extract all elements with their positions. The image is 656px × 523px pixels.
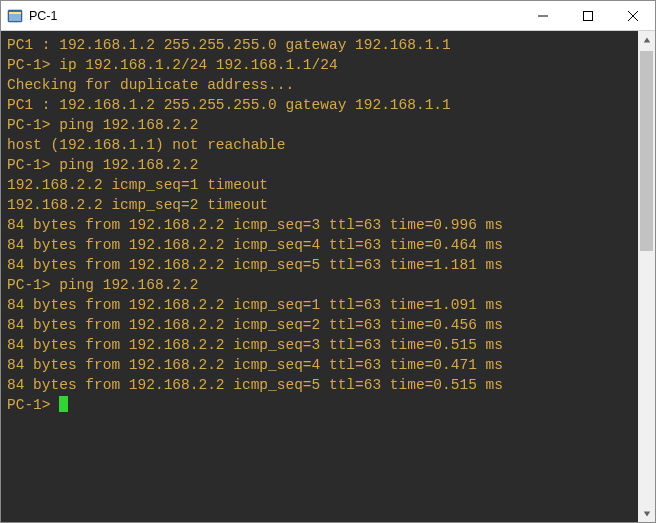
terminal-line: 84 bytes from 192.168.2.2 icmp_seq=4 ttl… bbox=[7, 355, 634, 375]
prompt-text: PC-1> bbox=[7, 397, 59, 413]
window-controls bbox=[520, 1, 655, 30]
scroll-up-arrow[interactable] bbox=[638, 31, 655, 48]
terminal-line: 84 bytes from 192.168.2.2 icmp_seq=1 ttl… bbox=[7, 295, 634, 315]
maximize-button[interactable] bbox=[565, 1, 610, 30]
terminal-line: PC-1> ping 192.168.2.2 bbox=[7, 115, 634, 135]
terminal-line: 84 bytes from 192.168.2.2 icmp_seq=4 ttl… bbox=[7, 235, 634, 255]
terminal-line: host (192.168.1.1) not reachable bbox=[7, 135, 634, 155]
close-button[interactable] bbox=[610, 1, 655, 30]
terminal-line: 84 bytes from 192.168.2.2 icmp_seq=5 ttl… bbox=[7, 375, 634, 395]
svg-rect-2 bbox=[9, 12, 21, 14]
terminal-line: Checking for duplicate address... bbox=[7, 75, 634, 95]
terminal-line: 192.168.2.2 icmp_seq=2 timeout bbox=[7, 195, 634, 215]
terminal-output[interactable]: PC1 : 192.168.1.2 255.255.255.0 gateway … bbox=[1, 31, 638, 522]
terminal-line: PC1 : 192.168.1.2 255.255.255.0 gateway … bbox=[7, 95, 634, 115]
window-titlebar[interactable]: PC-1 bbox=[1, 1, 655, 31]
terminal-line: PC-1> ping 192.168.2.2 bbox=[7, 155, 634, 175]
terminal-line: 84 bytes from 192.168.2.2 icmp_seq=5 ttl… bbox=[7, 255, 634, 275]
window-title: PC-1 bbox=[29, 9, 57, 23]
terminal-line: 84 bytes from 192.168.2.2 icmp_seq=3 ttl… bbox=[7, 215, 634, 235]
minimize-button[interactable] bbox=[520, 1, 565, 30]
vertical-scrollbar[interactable] bbox=[638, 31, 655, 522]
terminal-line: 84 bytes from 192.168.2.2 icmp_seq=2 ttl… bbox=[7, 315, 634, 335]
svg-rect-4 bbox=[583, 11, 592, 20]
client-area: PC1 : 192.168.1.2 255.255.255.0 gateway … bbox=[1, 31, 655, 522]
prompt-line[interactable]: PC-1> bbox=[7, 395, 634, 415]
terminal-line: PC1 : 192.168.1.2 255.255.255.0 gateway … bbox=[7, 35, 634, 55]
terminal-line: 192.168.2.2 icmp_seq=1 timeout bbox=[7, 175, 634, 195]
scroll-thumb[interactable] bbox=[640, 51, 653, 251]
terminal-line: PC-1> ping 192.168.2.2 bbox=[7, 275, 634, 295]
terminal-line: PC-1> ip 192.168.1.2/24 192.168.1.1/24 bbox=[7, 55, 634, 75]
scroll-down-arrow[interactable] bbox=[638, 505, 655, 522]
cursor bbox=[59, 396, 68, 412]
app-icon bbox=[7, 8, 23, 24]
terminal-line: 84 bytes from 192.168.2.2 icmp_seq=3 ttl… bbox=[7, 335, 634, 355]
